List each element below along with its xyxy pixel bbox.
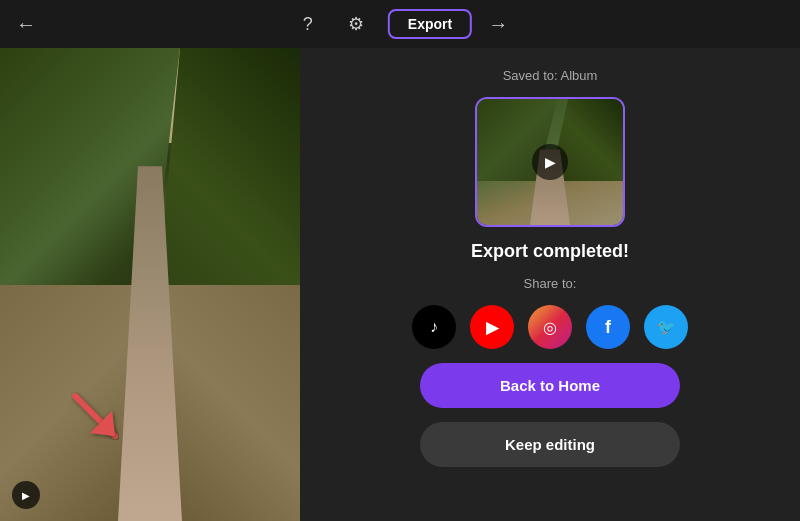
twitter-share-button[interactable]: 🐦 xyxy=(644,305,688,349)
facebook-share-button[interactable]: f xyxy=(586,305,630,349)
top-bar-left: ← xyxy=(16,13,36,36)
youtube-share-button[interactable]: ▶ xyxy=(470,305,514,349)
back-to-home-button[interactable]: Back to Home xyxy=(420,363,680,408)
facebook-icon: f xyxy=(605,317,611,338)
red-arrow-icon xyxy=(60,381,130,451)
top-bar-center: ? ⚙ Export → xyxy=(292,8,508,40)
ground-right xyxy=(165,285,300,522)
forward-arrow-icon: → xyxy=(488,13,508,36)
share-to-label: Share to: xyxy=(524,276,577,291)
youtube-icon: ▶ xyxy=(486,318,498,337)
top-bar: ← ? ⚙ Export → xyxy=(0,0,800,48)
tiktok-share-button[interactable]: ♪ xyxy=(412,305,456,349)
saved-to-label: Saved to: Album xyxy=(503,68,598,83)
right-panel: Saved to: Album ▶ Export completed! Shar… xyxy=(300,48,800,521)
social-share-row: ♪ ▶ ◎ f 🐦 xyxy=(412,305,688,349)
instagram-icon: ◎ xyxy=(543,318,557,337)
main-content: ▶ Saved to: Album ▶ Export completed! Sh… xyxy=(0,48,800,521)
export-completed-label: Export completed! xyxy=(471,241,629,262)
export-button[interactable]: Export xyxy=(388,9,472,39)
back-arrow-icon[interactable]: ← xyxy=(16,13,36,36)
tiktok-icon: ♪ xyxy=(430,318,438,336)
video-play-button[interactable]: ▶ xyxy=(12,481,40,509)
instagram-share-button[interactable]: ◎ xyxy=(528,305,572,349)
export-thumbnail[interactable]: ▶ xyxy=(475,97,625,227)
keep-editing-button[interactable]: Keep editing xyxy=(420,422,680,467)
settings-icon[interactable]: ⚙ xyxy=(340,8,372,40)
red-arrow-overlay xyxy=(60,381,140,461)
video-background xyxy=(0,48,300,521)
help-icon[interactable]: ? xyxy=(292,8,324,40)
video-panel: ▶ xyxy=(0,48,300,521)
video-scene xyxy=(0,48,300,521)
twitter-icon: 🐦 xyxy=(657,318,676,336)
thumbnail-play-icon[interactable]: ▶ xyxy=(532,144,568,180)
